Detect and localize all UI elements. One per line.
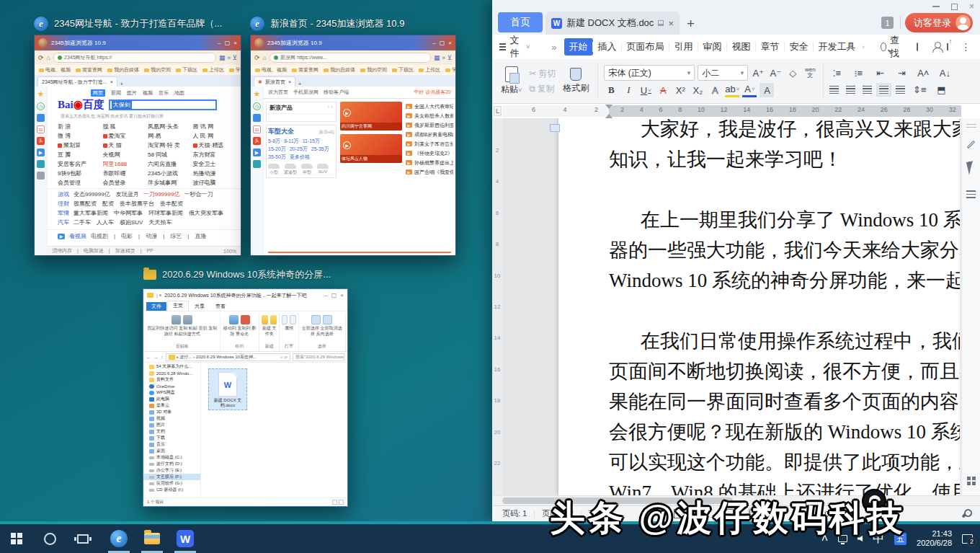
thumbnail-explorer-window[interactable]: | ▾ 2020.6.29 Windows 10系统神奇的分屏功能，一起来了解一… bbox=[143, 288, 348, 507]
font-size-select[interactable]: 小二▾ bbox=[698, 65, 748, 81]
category-row-finance[interactable]: 理财股票配资 配资 贵丰股票平台 贵丰配资 bbox=[48, 199, 241, 208]
news-item[interactable]: ▶美女称想杀人数就是目的 bbox=[406, 111, 453, 120]
sina-products-box[interactable]: 新浪产品‹ › bbox=[266, 102, 337, 122]
home-icon[interactable]: ⌂ bbox=[263, 54, 267, 61]
site-link[interactable]: 萍乡城事网 bbox=[148, 179, 193, 187]
video-icon[interactable]: ▶ bbox=[253, 149, 261, 156]
calendar-icon[interactable]: 31 bbox=[37, 125, 45, 133]
ribbon-group-icons[interactable] bbox=[282, 314, 295, 325]
site-link[interactable]: 会员管理 bbox=[58, 179, 103, 187]
task-view-button[interactable] bbox=[66, 524, 99, 553]
ribbon-tab[interactable]: 审阅 bbox=[698, 38, 727, 56]
address-bar[interactable]: 新浪网 https://www... bbox=[270, 53, 431, 63]
sidebar-item[interactable]: WPS网盘 bbox=[143, 389, 200, 396]
browser-tab[interactable]: 2345网址导航 - 致力于打造...× bbox=[37, 76, 117, 87]
share-icon[interactable] bbox=[947, 43, 948, 50]
forward-icon[interactable]: → bbox=[153, 355, 159, 360]
explorer-search-box[interactable]: 搜索"2020.6.29 Windows 1... bbox=[293, 353, 344, 361]
car-type-link[interactable]: 小型 bbox=[268, 164, 280, 176]
grow-font-button[interactable]: A⁺ bbox=[751, 66, 765, 80]
hanging-indent-marker[interactable] bbox=[605, 110, 612, 118]
bookmark-item[interactable]: 我的空间 bbox=[360, 66, 387, 74]
ribbon-group-buttons[interactable]: 全部选择 全部取消选择 反向选择 bbox=[301, 325, 343, 342]
new-tab-button[interactable]: + bbox=[298, 81, 301, 87]
window-controls[interactable]: –▢× bbox=[324, 292, 344, 298]
align-center-icon[interactable] bbox=[846, 86, 855, 94]
news-item[interactable]: ▶全国人大代表审纪三周世 bbox=[406, 102, 453, 111]
bookmark-item[interactable]: 学习等 bbox=[445, 66, 455, 74]
news-item[interactable]: ▶国产合唱《我爱你中国》 bbox=[406, 167, 453, 177]
search-tab[interactable]: 网页 bbox=[91, 89, 105, 97]
search-tab[interactable]: 音乐 bbox=[159, 89, 169, 97]
home-icon[interactable]: ⌂ bbox=[47, 54, 50, 61]
highlight-color-button[interactable]: ab˅ bbox=[725, 83, 739, 97]
news-item[interactable]: ▶成都8岁男童电梯内遭殃毒打 bbox=[406, 130, 453, 139]
sidebar-item[interactable]: 下载 bbox=[143, 435, 200, 441]
sidebar-item[interactable]: 2020.6.28 Windo... bbox=[143, 370, 200, 376]
new-document-tab-button[interactable]: + bbox=[687, 16, 695, 32]
window-controls[interactable]: –▢× bbox=[218, 40, 237, 46]
bookmark-item[interactable]: 我的自媒体 bbox=[107, 66, 139, 74]
video-card[interactable]: ▶四川两宁古事网 bbox=[340, 102, 402, 130]
tabs-overflow-chevron[interactable]: › bbox=[863, 43, 865, 50]
window-controls[interactable]: –▢× bbox=[432, 40, 452, 46]
minimize-icon[interactable] bbox=[932, 6, 940, 7]
underline-button[interactable]: U˅ bbox=[638, 83, 653, 97]
font-family-select[interactable]: 宋体 (正文)▾ bbox=[604, 65, 695, 81]
price-link[interactable]: 8-11万 bbox=[284, 138, 299, 145]
ribbon-group-icons[interactable] bbox=[147, 314, 218, 325]
toutiao-icon[interactable]: 头 bbox=[37, 137, 45, 145]
site-link[interactable]: 天 猫 bbox=[103, 141, 148, 149]
ribbon-group-icons[interactable] bbox=[301, 314, 343, 325]
new-tab-button[interactable]: + bbox=[120, 81, 123, 87]
carousel-arrows[interactable]: ‹ › bbox=[327, 104, 333, 112]
text-direction-icon[interactable]: A˄ bbox=[916, 66, 930, 80]
sina-top-nav[interactable]: 设为首页 手机新浪网 移动客户端 中好 诊讯播客20 bbox=[264, 87, 455, 99]
sidebar-item[interactable]: CD 驱动器 (I:) bbox=[143, 487, 200, 493]
favorites-star-icon[interactable]: ★ bbox=[254, 89, 261, 99]
toutiao-icon[interactable]: 头 bbox=[253, 137, 261, 145]
sidebar-item[interactable]: 办公学习 (E:) bbox=[143, 467, 200, 474]
news-item[interactable]: ▶刘某女子耳语告别春红 bbox=[406, 139, 453, 149]
ribbon-tab[interactable]: 页面布局 bbox=[622, 38, 669, 56]
ribbon-tab[interactable]: 共享 bbox=[190, 302, 210, 311]
subscript-button[interactable]: X₂ bbox=[690, 83, 705, 97]
baidu-search-input[interactable]: 大保剑 bbox=[109, 99, 217, 110]
select-cursor-icon[interactable] bbox=[966, 161, 976, 174]
category-row-military[interactable]: 军情重大军事新闻 中华网军事 环球军事新闻 俄大突发军事 bbox=[48, 208, 241, 218]
calendar-icon[interactable]: 31 bbox=[253, 125, 261, 133]
ribbon-group-buttons[interactable]: 属性 bbox=[282, 325, 295, 342]
quick-access-toolbar[interactable]: | ▾ bbox=[156, 293, 161, 298]
favorites-star-icon[interactable]: ★ bbox=[37, 89, 45, 99]
sidebar-item[interactable]: 3D 对象 bbox=[143, 409, 200, 415]
site-link[interactable]: 安居客房产 bbox=[58, 160, 103, 168]
news-item[interactable]: ▶孙杨就禁赛提出上诉 bbox=[406, 158, 453, 167]
comment-indicator-icon[interactable] bbox=[550, 124, 560, 132]
start-button[interactable] bbox=[0, 524, 33, 553]
snap-label-sina[interactable]: e 新浪首页 - 2345加速浏览器 10.9 bbox=[250, 17, 404, 31]
ribbon-tab[interactable]: 开发工具 bbox=[814, 38, 861, 56]
font-color-button[interactable]: A˅ bbox=[742, 83, 757, 97]
action-center-icon[interactable]: 2 bbox=[962, 534, 973, 544]
video-icon[interactable]: ▶ bbox=[37, 149, 45, 156]
horizontal-ruler[interactable]: L 642 2468101214161820222426283032 bbox=[492, 104, 980, 118]
bookmark-item[interactable]: 下载区 bbox=[392, 66, 414, 74]
justify-icon[interactable] bbox=[879, 86, 888, 94]
clock[interactable]: 21:43 2020/6/28 bbox=[917, 529, 952, 548]
site-link[interactable]: 会员登录 bbox=[103, 179, 148, 187]
bookmark-item[interactable]: 我的空间 bbox=[144, 66, 171, 74]
ribbon-group-buttons[interactable]: 固定到快速访问 复制 粘贴 剪切 复制路径 粘贴快捷方式 bbox=[147, 325, 218, 342]
view-toggle-buttons[interactable] bbox=[332, 500, 344, 505]
close-icon[interactable]: × bbox=[288, 79, 291, 84]
settings-wrench-icon[interactable] bbox=[961, 510, 969, 518]
window-controls[interactable]: × bbox=[932, 3, 974, 10]
clear-format-icon[interactable]: ◇ bbox=[785, 66, 800, 80]
browser-tab[interactable]: ❋新浪首页× bbox=[254, 76, 295, 87]
more-options-icon[interactable]: ⋮ bbox=[961, 41, 971, 53]
site-link[interactable]: 凤凰网·头条 bbox=[148, 123, 193, 130]
pinyin-guide-icon[interactable]: wén文 bbox=[803, 66, 817, 80]
site-link[interactable]: 微 博 bbox=[58, 132, 103, 140]
site-link[interactable]: 东方财富 bbox=[193, 151, 239, 159]
bookmark-item[interactable]: 我的自媒体 bbox=[324, 66, 355, 74]
document-text[interactable]: 大家好，我是波仔，很高兴又来跟大家一起分知识，让我一起来学习吧！在上一期里我们分… bbox=[609, 118, 962, 495]
